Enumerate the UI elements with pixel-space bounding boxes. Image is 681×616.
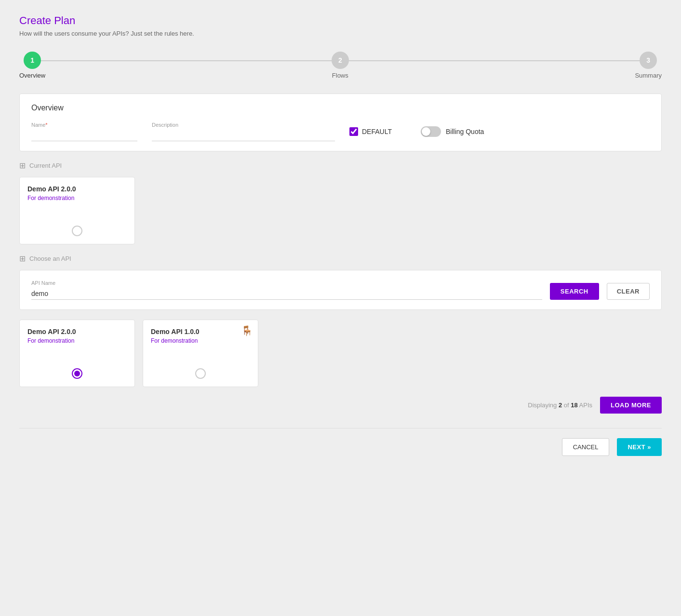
default-checkbox-group[interactable]: DEFAULT bbox=[349, 127, 392, 136]
step-label-flows: Flows bbox=[332, 72, 348, 79]
default-label: DEFAULT bbox=[362, 128, 392, 135]
api-result-card-1[interactable]: Demo API 1.0.0 For demonstration 🪑 bbox=[143, 320, 258, 387]
cancel-button[interactable]: CANCEL bbox=[562, 438, 610, 456]
pagination-row: Displaying 2 of 18 APIs LOAD MORE bbox=[19, 397, 662, 414]
load-more-button[interactable]: LOAD MORE bbox=[600, 397, 662, 414]
current-api-radio[interactable] bbox=[72, 226, 82, 236]
description-label: Description bbox=[152, 122, 335, 128]
search-button[interactable]: SEARCH bbox=[550, 283, 599, 300]
api-name-field: API Name bbox=[31, 280, 542, 300]
api-results-grid: Demo API 2.0.0 For demonstration Demo AP… bbox=[19, 320, 662, 387]
grid-icon-choose: ⊞ bbox=[19, 254, 26, 263]
description-input[interactable] bbox=[152, 130, 335, 141]
api-result-title-0: Demo API 2.0.0 bbox=[27, 328, 127, 335]
clear-button[interactable]: CLEAR bbox=[607, 283, 650, 300]
api-name-input[interactable] bbox=[31, 288, 542, 300]
current-api-card-subtitle: For demonstration bbox=[27, 195, 127, 201]
current-api-grid: Demo API 2.0.0 For demonstration bbox=[19, 177, 662, 244]
step-label-overview: Overview bbox=[19, 72, 45, 79]
api-result-card-0[interactable]: Demo API 2.0.0 For demonstration bbox=[19, 320, 135, 387]
current-api-card[interactable]: Demo API 2.0.0 For demonstration bbox=[19, 177, 135, 244]
footer: CANCEL NEXT » bbox=[19, 428, 662, 456]
stepper: 1 Overview 2 Flows 3 Summary bbox=[19, 52, 662, 79]
current-api-label: Current API bbox=[29, 162, 62, 169]
api-name-label: API Name bbox=[31, 280, 542, 286]
name-input[interactable] bbox=[31, 130, 137, 141]
step-summary: 3 Summary bbox=[635, 52, 662, 79]
api-result-title-1: Demo API 1.0.0 bbox=[151, 328, 250, 335]
choose-api-label: Choose an API bbox=[29, 255, 71, 262]
billing-quota-label: Billing Quota bbox=[446, 128, 484, 135]
name-field-group: Name* bbox=[31, 122, 137, 141]
name-label: Name* bbox=[31, 122, 137, 128]
current-api-section-header: ⊞ Current API bbox=[19, 161, 662, 170]
page-subtitle: How will the users consume your APIs? Ju… bbox=[19, 30, 662, 37]
api-result-radio-1[interactable] bbox=[195, 368, 206, 379]
step-circle-2: 2 bbox=[332, 52, 349, 69]
next-button[interactable]: NEXT » bbox=[617, 438, 662, 456]
overview-card: Overview Name* Description DEFAULT Billi… bbox=[19, 94, 662, 151]
description-field-group: Description bbox=[152, 122, 335, 141]
api-result-badge-1: 🪑 bbox=[241, 325, 253, 336]
step-label-summary: Summary bbox=[635, 72, 662, 79]
search-card: API Name SEARCH CLEAR bbox=[19, 270, 662, 310]
overview-title: Overview bbox=[31, 104, 650, 112]
current-api-card-title: Demo API 2.0.0 bbox=[27, 185, 127, 193]
pagination-text: Displaying 2 of 18 APIs bbox=[528, 402, 592, 409]
step-flows: 2 Flows bbox=[332, 52, 349, 79]
default-checkbox[interactable] bbox=[349, 127, 358, 136]
billing-quota-toggle-group: Billing Quota bbox=[421, 126, 484, 137]
step-overview: 1 Overview bbox=[19, 52, 45, 79]
step-circle-1: 1 bbox=[24, 52, 41, 69]
page-title: Create Plan bbox=[19, 14, 662, 27]
step-circle-3: 3 bbox=[640, 52, 657, 69]
choose-api-section-header: ⊞ Choose an API bbox=[19, 254, 662, 263]
grid-icon-current: ⊞ bbox=[19, 161, 26, 170]
api-result-subtitle-0: For demonstration bbox=[27, 337, 127, 344]
api-result-subtitle-1: For demonstration bbox=[151, 337, 250, 344]
api-result-radio-0[interactable] bbox=[72, 368, 82, 379]
billing-quota-toggle[interactable] bbox=[421, 126, 441, 137]
